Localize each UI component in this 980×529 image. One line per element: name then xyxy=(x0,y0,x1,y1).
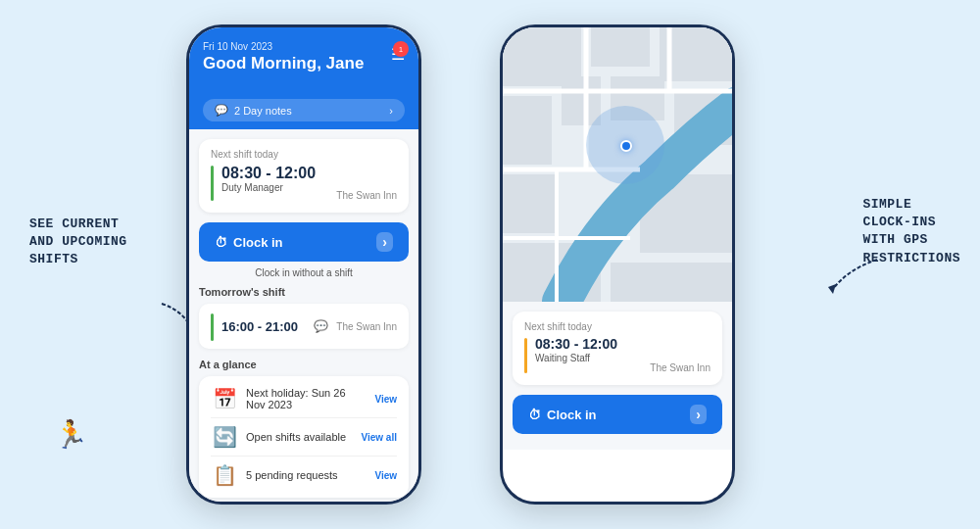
clock-btn-arrow: › xyxy=(376,232,393,252)
requests-icon: 📋 xyxy=(211,463,238,487)
open-shifts-text: Open shifts available xyxy=(246,431,353,443)
shift-time-row: 08:30 - 12:00 Duty Manager The Swan Inn xyxy=(211,164,397,201)
header-icons: ☰ 1 xyxy=(391,45,405,64)
note-icon: 💬 xyxy=(215,104,228,117)
shift-bar xyxy=(211,166,214,201)
menu-icon-wrapper: ☰ 1 xyxy=(391,45,405,64)
shift-info-right: 08:30 - 12:00 Waiting Staff xyxy=(535,336,617,363)
shift-label-right: Next shift today xyxy=(524,321,710,332)
open-shifts-icon: 🔄 xyxy=(211,425,238,449)
notes-pill-left: 💬 2 Day notes xyxy=(215,104,292,117)
phone-greeting: Good Morning, Jane xyxy=(203,54,405,73)
notes-pill[interactable]: 💬 2 Day notes › xyxy=(203,99,405,121)
glance-item-shifts: 🔄 Open shifts available View all xyxy=(211,418,397,457)
svg-marker-1 xyxy=(828,284,836,294)
shift-bar-right xyxy=(524,338,527,373)
clock-btn-arrow-right: › xyxy=(690,405,707,424)
shift-role: Duty Manager xyxy=(221,182,316,193)
phone-header-left: Fri 10 Nov 2023 Good Morning, Jane ☰ 1 xyxy=(189,27,418,99)
shift-info: 08:30 - 12:00 Duty Manager xyxy=(221,164,316,193)
shift-location: The Swan Inn xyxy=(336,190,397,201)
notes-chevron: › xyxy=(389,105,393,117)
notification-dot: 1 xyxy=(393,41,409,57)
clock-in-button[interactable]: ⏱ Clock in › xyxy=(199,222,409,262)
notes-banner: 💬 2 Day notes › xyxy=(189,99,418,129)
phone-body-left: Next shift today 08:30 - 12:00 Duty Mana… xyxy=(189,129,418,505)
tomorrow-chat-icon: 💬 xyxy=(314,319,328,333)
holiday-view-link[interactable]: View xyxy=(374,394,397,405)
tomorrow-section-title: Tomorrow's shift xyxy=(199,286,409,298)
shift-time-right: 08:30 - 12:00 xyxy=(535,336,617,353)
clock-icon: ⏱ xyxy=(215,235,227,250)
clock-btn-inner: ⏱ Clock in xyxy=(215,235,283,250)
tomorrow-time: 16:00 - 21:00 xyxy=(221,319,306,334)
glance-section-title: At a glance xyxy=(199,359,409,370)
annotation-left: SEE CURRENT AND UPCOMING SHIFTS xyxy=(29,216,127,269)
open-shifts-link[interactable]: View all xyxy=(361,432,397,443)
svg-rect-7 xyxy=(562,76,601,125)
shift-label: Next shift today xyxy=(211,149,397,160)
arrow-right xyxy=(818,250,887,299)
shift-card-right: Next shift today 08:30 - 12:00 Waiting S… xyxy=(513,312,722,385)
holiday-icon: 📅 xyxy=(211,387,238,410)
shift-time: 08:30 - 12:00 xyxy=(221,164,316,182)
clock-btn-label: Clock in xyxy=(233,235,283,250)
tomorrow-card: 16:00 - 21:00 💬 The Swan Inn xyxy=(199,304,409,349)
shift-time-row-right: 08:30 - 12:00 Waiting Staff The Swan Inn xyxy=(524,336,710,373)
phone-left: Fri 10 Nov 2023 Good Morning, Jane ☰ 1 💬… xyxy=(186,24,421,505)
at-a-glance-card: 📅 Next holiday: Sun 26 Nov 2023 View 🔄 O… xyxy=(199,376,409,498)
gps-location-dot xyxy=(620,140,632,152)
tomorrow-location: The Swan Inn xyxy=(336,321,397,332)
glance-item-holiday: 📅 Next holiday: Sun 26 Nov 2023 View xyxy=(211,380,397,418)
phone-right: Next shift today 08:30 - 12:00 Waiting S… xyxy=(500,24,735,505)
svg-rect-10 xyxy=(503,174,557,233)
holiday-text: Next holiday: Sun 26 Nov 2023 xyxy=(246,387,367,410)
clock-icon-right: ⏱ xyxy=(528,408,541,422)
svg-rect-4 xyxy=(591,27,650,67)
svg-rect-13 xyxy=(611,263,732,302)
clock-btn-inner-right: ⏱ Clock in xyxy=(528,408,597,422)
requests-view-link[interactable]: View xyxy=(374,470,397,481)
map-container xyxy=(503,27,732,302)
shift-role-right: Waiting Staff xyxy=(535,353,617,363)
clock-in-no-shift[interactable]: Clock in without a shift xyxy=(199,267,409,278)
notes-label: 2 Day notes xyxy=(234,105,292,117)
phone-body-right: Next shift today 08:30 - 12:00 Waiting S… xyxy=(503,302,732,450)
tomorrow-bar xyxy=(211,313,214,341)
clock-in-button-right[interactable]: ⏱ Clock in › xyxy=(513,395,722,434)
decoration-person: 🏃 xyxy=(54,418,88,451)
clock-btn-label-right: Clock in xyxy=(547,408,597,422)
shift-location-right: The Swan Inn xyxy=(650,362,710,373)
phone-date: Fri 10 Nov 2023 xyxy=(203,41,405,52)
shift-card-left: Next shift today 08:30 - 12:00 Duty Mana… xyxy=(199,139,409,213)
requests-text: 5 pending requests xyxy=(246,469,367,481)
svg-rect-6 xyxy=(503,96,552,165)
glance-item-requests: 📋 5 pending requests View xyxy=(211,457,397,494)
